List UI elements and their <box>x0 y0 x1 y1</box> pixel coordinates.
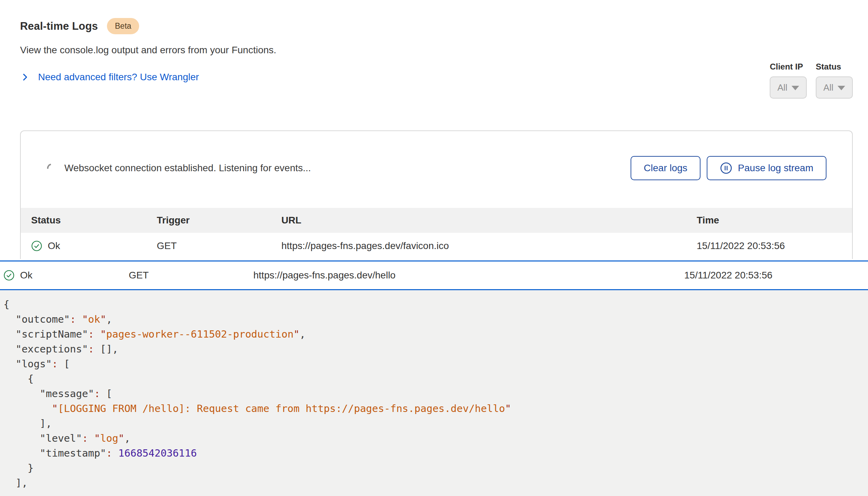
caret-down-icon <box>838 86 845 90</box>
filter-status: Status All <box>816 62 853 99</box>
clear-logs-button[interactable]: Clear logs <box>631 156 700 180</box>
toolbar-buttons: Clear logs Pause log stream <box>631 156 826 180</box>
log-panel-toolbar: Websocket connection established. Listen… <box>21 131 852 208</box>
expanded-log-entry: Ok GET https://pages-fns.pages.dev/hello… <box>0 260 868 496</box>
chevron-right-icon <box>20 72 30 82</box>
title-row: Real-time Logs Beta <box>20 18 853 34</box>
filters: Client IP All Status All <box>770 62 853 99</box>
log-detail-json: { "outcome": "ok", "scriptName": "pages-… <box>3 297 864 490</box>
pause-circle-icon <box>720 162 732 174</box>
page-header: Real-time Logs Beta View the console.log… <box>0 0 868 99</box>
page-subtitle: View the console.log output and errors f… <box>20 45 853 56</box>
status-text: Ok <box>20 270 33 281</box>
caret-down-icon <box>792 86 799 90</box>
trigger-cell: GET <box>129 270 253 281</box>
check-circle-icon <box>31 240 42 251</box>
pause-log-stream-label: Pause log stream <box>738 163 813 174</box>
wrangler-link[interactable]: Need advanced filters? Use Wrangler <box>20 72 199 83</box>
websocket-status: Websocket connection established. Listen… <box>47 163 311 174</box>
filter-client-ip-dropdown[interactable]: All <box>770 76 807 99</box>
url-cell: https://pages-fns.pages.dev/favicon.ico <box>281 240 697 251</box>
status-cell: Ok <box>3 270 129 281</box>
trigger-cell: GET <box>157 240 281 251</box>
pause-log-stream-button[interactable]: Pause log stream <box>707 156 826 180</box>
filter-status-label: Status <box>816 62 841 72</box>
filter-client-ip-label: Client IP <box>770 62 803 72</box>
filter-client-ip: Client IP All <box>770 62 807 99</box>
status-text: Ok <box>48 240 60 251</box>
spinner-icon <box>45 162 58 174</box>
time-cell: 15/11/2022 20:53:56 <box>697 240 842 251</box>
column-header-trigger: Trigger <box>157 215 281 226</box>
log-row-favicon[interactable]: Ok GET https://pages-fns.pages.dev/favic… <box>21 233 852 259</box>
beta-badge: Beta <box>107 18 139 34</box>
log-row-hello-selected[interactable]: Ok GET https://pages-fns.pages.dev/hello… <box>0 260 868 290</box>
wrangler-link-label: Need advanced filters? Use Wrangler <box>38 72 199 83</box>
check-circle-icon <box>3 270 15 281</box>
column-header-url: URL <box>281 215 697 226</box>
page-title: Real-time Logs <box>20 20 98 33</box>
column-header-status: Status <box>31 215 157 226</box>
url-cell: https://pages-fns.pages.dev/hello <box>253 270 684 281</box>
status-cell: Ok <box>31 240 157 251</box>
filter-client-ip-value: All <box>777 82 787 93</box>
filter-status-value: All <box>823 82 833 93</box>
log-panel: Websocket connection established. Listen… <box>20 130 853 259</box>
column-header-time: Time <box>697 215 842 226</box>
websocket-status-text: Websocket connection established. Listen… <box>64 163 311 174</box>
realtime-logs-page: Real-time Logs Beta View the console.log… <box>0 0 868 496</box>
time-cell: 15/11/2022 20:53:56 <box>684 270 868 281</box>
filter-status-dropdown[interactable]: All <box>816 76 853 99</box>
log-table-header: Status Trigger URL Time <box>21 208 852 233</box>
log-entry-detail: { "outcome": "ok", "scriptName": "pages-… <box>0 290 868 496</box>
clear-logs-label: Clear logs <box>644 163 687 174</box>
filter-row: Need advanced filters? Use Wrangler Clie… <box>20 62 853 99</box>
